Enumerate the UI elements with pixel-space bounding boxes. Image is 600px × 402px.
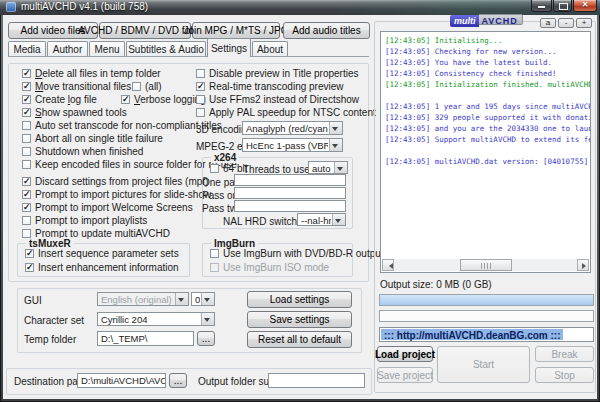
tab-about[interactable]: About xyxy=(252,41,288,57)
reset-settings-button[interactable]: Reset all to default xyxy=(247,331,352,348)
checkbox-label: Prompt to import pictures for slide-show xyxy=(35,190,211,200)
scroll-left-arrow-icon[interactable] xyxy=(382,259,394,271)
checkbox-box[interactable] xyxy=(22,108,31,117)
temp-folder-input[interactable]: D:\_TEMP\ xyxy=(97,331,194,346)
one-pass-input[interactable] xyxy=(234,174,346,186)
log-font-button[interactable]: a xyxy=(540,18,556,28)
mpeg2-encoder-select[interactable]: HcEnc 1-pass (VBR) xyxy=(242,138,343,152)
temp-folder-browse-button[interactable]: ... xyxy=(197,331,215,346)
checkbox-shutdown-when-finished[interactable]: Shutdown when finished xyxy=(22,147,143,157)
logo-avchd: AVCHD xyxy=(479,14,523,25)
checkbox-box[interactable] xyxy=(196,95,205,104)
checkbox-box[interactable] xyxy=(121,95,130,104)
log-shrink-button[interactable]: - xyxy=(558,18,574,28)
log-line: [12:43:05] Checking for new version... xyxy=(385,46,590,57)
tab-author[interactable]: Author xyxy=(47,41,88,57)
checkbox-box[interactable] xyxy=(22,82,31,91)
mpeg2-encoder-value: HcEnc 1-pass (VBR) xyxy=(246,140,328,151)
chevron-down-icon xyxy=(175,293,188,305)
gui-label: GUI xyxy=(24,295,42,306)
close-button[interactable] xyxy=(573,0,597,12)
checkbox-box[interactable] xyxy=(22,190,31,199)
checkbox-label: Move transitional files xyxy=(35,82,131,92)
destination-path-input[interactable]: D:\multiAVCHD\AVCHD\ xyxy=(77,373,166,388)
checkbox-box[interactable] xyxy=(22,69,31,78)
checkbox-label: Auto set transcode for non-compliant tit… xyxy=(35,121,222,131)
checkbox-insert-sps[interactable]: Insert sequence parameter sets xyxy=(25,249,179,259)
checkbox-box[interactable] xyxy=(22,147,31,156)
checkbox-use-imgburn[interactable]: Use ImgBurn with DVD/BD-R output xyxy=(210,249,384,259)
checkbox-label: Insert enhancement information xyxy=(38,263,179,273)
log-grow-button[interactable]: + xyxy=(576,18,592,28)
destination-browse-button[interactable]: ... xyxy=(169,373,187,388)
pass-two-input[interactable] xyxy=(234,200,346,212)
save-settings-button[interactable]: Save settings xyxy=(247,311,352,328)
checkbox-delete-temp-files[interactable]: Delete all files in temp folder xyxy=(22,69,161,79)
checkbox-box[interactable] xyxy=(25,249,34,258)
checkbox-box[interactable] xyxy=(196,82,205,91)
checkbox-x264-64bit[interactable]: 64 bit xyxy=(210,164,247,174)
client-area: Add video files AVCHD / BDMV / DVD folde… xyxy=(3,15,597,399)
checkbox-prompt-import-pictures[interactable]: Prompt to import pictures for slide-show xyxy=(22,190,211,200)
threads-select[interactable]: auto xyxy=(308,161,348,174)
checkbox-box[interactable] xyxy=(22,229,31,238)
checkbox-abort-on-failure[interactable]: Abort all on single title failure xyxy=(22,134,163,144)
log-line: [12:43:05] multiAVCHD.dat version: [0401… xyxy=(385,156,590,167)
checkbox-box[interactable] xyxy=(210,164,219,173)
checkbox-verbose-logging[interactable]: Verbose logging xyxy=(121,95,206,105)
checkbox-box[interactable] xyxy=(22,216,31,225)
checkbox-box[interactable] xyxy=(22,134,31,143)
nal-hrd-select[interactable]: --nal-hrd vbr xyxy=(297,213,346,226)
scrollbar-thumb[interactable] xyxy=(460,259,512,271)
checkbox-pal-speedup[interactable]: Apply PAL speedup for NTSC content xyxy=(196,108,376,118)
tab-subtitles-audio[interactable]: Subtitles & Audio xyxy=(126,41,206,57)
checkbox-move-transitional-files[interactable]: Move transitional files xyxy=(22,82,131,92)
tab-menu[interactable]: Menu xyxy=(89,41,125,57)
checkbox-create-log-file[interactable]: Create log file xyxy=(22,95,97,105)
checkbox-realtime-preview[interactable]: Real-time transcoding preview xyxy=(196,82,344,92)
checkbox-discard-project-settings[interactable]: Discard settings from project files (mpf… xyxy=(22,177,208,187)
checkbox-box[interactable] xyxy=(22,95,31,104)
log-line-blank xyxy=(385,145,590,156)
log-line-blank xyxy=(385,90,590,101)
checkbox-box[interactable] xyxy=(196,108,205,117)
tab-settings[interactable]: Settings xyxy=(207,38,251,57)
checkbox-box[interactable] xyxy=(22,203,31,212)
add-audio-titles-button[interactable]: Add audio titles xyxy=(283,22,370,39)
checkbox-prompt-import-welcome-screens[interactable]: Prompt to import Welcome Screens xyxy=(22,203,193,213)
pass-one-input[interactable] xyxy=(234,187,346,199)
checkbox-auto-set-transcode[interactable]: Auto set transcode for non-compliant tit… xyxy=(22,121,222,131)
minimize-button[interactable] xyxy=(531,0,552,12)
checkbox-use-ffms2[interactable]: Use FFms2 instead of Directshow xyxy=(196,95,359,105)
checkbox-move-all[interactable]: (all) xyxy=(132,82,162,92)
checkbox-box[interactable] xyxy=(196,69,205,78)
character-set-select[interactable]: Cyrillic 204 xyxy=(97,312,215,326)
checkbox-show-spawned-tools[interactable]: Show spawned tools xyxy=(22,108,127,118)
log-horizontal-scrollbar[interactable] xyxy=(382,259,589,271)
chevron-down-icon xyxy=(332,214,345,225)
checkbox-prompt-import-playlists[interactable]: Prompt to import playlists xyxy=(22,216,147,226)
checkbox-box[interactable] xyxy=(22,121,31,130)
log-output[interactable]: [12:43:05] Initialising... [12:43:05] Ch… xyxy=(380,31,591,273)
tab-media[interactable]: Media xyxy=(8,41,46,57)
chevron-down-icon xyxy=(201,313,214,325)
maximize-button[interactable] xyxy=(553,0,572,12)
3d-encoding-select[interactable]: Anaglyph (red/cyan) xyxy=(242,121,343,135)
checkbox-box[interactable] xyxy=(22,177,31,186)
gui-index-select[interactable]: 0 xyxy=(191,292,215,306)
avchd-bdmv-dvd-folders-button[interactable]: AVCHD / BDMV / DVD folders xyxy=(99,22,191,39)
join-mpg-mts-jpg-button[interactable]: Join MPG / M*TS / JPG xyxy=(192,22,280,39)
load-settings-button[interactable]: Load settings xyxy=(247,291,352,308)
progress-bar-secondary xyxy=(379,310,594,322)
checkbox-insert-sei[interactable]: Insert enhancement information xyxy=(25,263,179,273)
checkbox-box[interactable] xyxy=(25,263,34,272)
output-suffix-input[interactable] xyxy=(268,373,365,388)
checkbox-box[interactable] xyxy=(210,249,219,258)
checkbox-disable-preview[interactable]: Disable preview in Title properties xyxy=(196,69,359,79)
scroll-right-arrow-icon[interactable] xyxy=(577,259,589,271)
load-project-button[interactable]: Load project xyxy=(377,346,433,362)
checkbox-label: Prompt to import Welcome Screens xyxy=(35,203,193,213)
checkbox-box[interactable] xyxy=(132,82,141,91)
homepage-url-field[interactable]: ::: http://multiAVCHD.deanBG.com ::: xyxy=(379,327,594,342)
checkbox-box[interactable] xyxy=(22,160,31,169)
